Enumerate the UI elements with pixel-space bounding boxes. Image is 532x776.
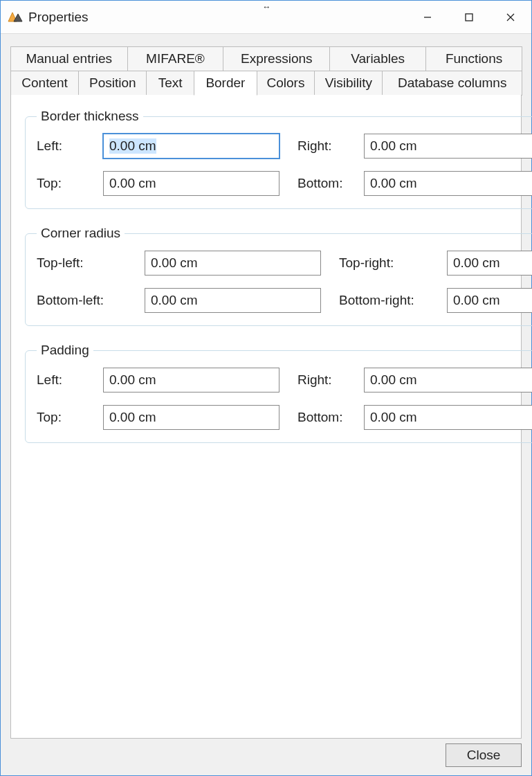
padding-bottom-input[interactable] (364, 405, 532, 430)
padding-top-label: Top: (37, 410, 99, 425)
corner-radius-legend: Corner radius (37, 226, 125, 241)
minimize-button[interactable] (407, 1, 448, 33)
tab-text[interactable]: Text (146, 71, 194, 96)
svg-rect-1 (466, 14, 473, 21)
corner-top-right-input[interactable] (447, 251, 532, 276)
padding-right-input[interactable] (364, 368, 532, 392)
border-bottom-label: Bottom: (297, 176, 360, 191)
padding-left-input[interactable] (103, 368, 279, 392)
titlebar: Properties ↔ (1, 1, 531, 34)
maximize-button[interactable] (448, 1, 490, 33)
tab-visibility[interactable]: Visibility (314, 71, 383, 96)
properties-window: Properties ↔ Manual entries MIFARE® Expr… (0, 0, 532, 776)
tab-row-2: Content Position Text Border Colors Visi… (10, 71, 522, 96)
tab-position[interactable]: Position (78, 71, 147, 96)
border-right-input[interactable] (364, 134, 532, 159)
corner-bottom-right-label: Bottom-right: (339, 293, 443, 308)
corner-bottom-left-input[interactable] (145, 288, 321, 313)
tab-manual-entries[interactable]: Manual entries (10, 46, 128, 71)
border-top-label: Top: (37, 176, 99, 191)
border-left-input[interactable] (103, 134, 279, 159)
corner-bottom-right-input[interactable] (447, 288, 532, 313)
corner-top-left-input[interactable] (145, 251, 321, 276)
tab-row-1: Manual entries MIFARE® Expressions Varia… (10, 46, 522, 71)
padding-legend: Padding (37, 343, 93, 358)
window-title: Properties (28, 10, 89, 25)
border-bottom-input[interactable] (364, 171, 532, 196)
window-controls (407, 1, 531, 33)
border-panel: Border thickness Left: Right: Top: (10, 95, 522, 739)
border-right-label: Right: (297, 138, 360, 154)
padding-group: Padding Left: Right: Top: B (25, 343, 532, 443)
tab-colors[interactable]: Colors (257, 71, 315, 96)
padding-right-label: Right: (297, 372, 360, 388)
padding-top-input[interactable] (103, 405, 279, 430)
close-window-button[interactable] (490, 1, 531, 33)
padding-bottom-label: Bottom: (297, 410, 360, 425)
close-button[interactable]: Close (446, 743, 522, 767)
tab-functions[interactable]: Functions (425, 46, 522, 71)
padding-left-label: Left: (37, 372, 99, 388)
border-left-label: Left: (37, 138, 99, 154)
corner-bottom-left-label: Bottom-left: (37, 293, 140, 308)
bottom-bar: Close (446, 743, 522, 767)
tab-border[interactable]: Border (194, 71, 257, 96)
tab-expressions[interactable]: Expressions (223, 46, 330, 71)
tab-database-columns[interactable]: Database columns (382, 71, 522, 96)
tabs-area: Manual entries MIFARE® Expressions Varia… (1, 34, 531, 739)
resize-arrows-icon: ↔ (263, 2, 270, 12)
border-top-input[interactable] (103, 171, 279, 196)
corner-radius-group: Corner radius Top-left: Top-right: Botto… (25, 226, 532, 326)
corner-top-left-label: Top-left: (37, 255, 140, 271)
border-thickness-legend: Border thickness (37, 109, 143, 124)
border-thickness-group: Border thickness Left: Right: Top: (25, 109, 532, 209)
tab-mifare[interactable]: MIFARE® (127, 46, 224, 71)
tab-content[interactable]: Content (10, 71, 79, 96)
tab-variables[interactable]: Variables (329, 46, 426, 71)
app-icon (8, 11, 23, 24)
corner-top-right-label: Top-right: (339, 255, 443, 271)
